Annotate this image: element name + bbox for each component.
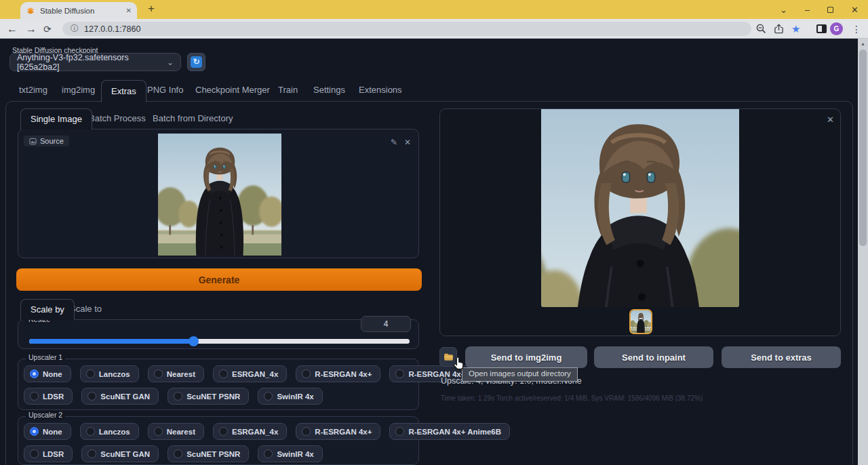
upscaler2-option-esrgan4x[interactable]: ESRGAN_4x: [213, 423, 287, 440]
radio-icon: [86, 369, 95, 378]
window-controls: ⌄ – ✕: [780, 0, 868, 19]
tab-img2img[interactable]: img2img: [62, 85, 95, 95]
output-image[interactable]: [541, 109, 739, 307]
radio-icon: [86, 427, 95, 436]
checkpoint-value: Anything-V3-fp32.safetensors [625a2ba2]: [17, 53, 167, 72]
gradio-favicon-icon: [26, 6, 35, 16]
source-image: [158, 134, 281, 256]
page-scrollbar[interactable]: ▲: [858, 39, 868, 465]
profile-avatar[interactable]: G: [830, 19, 843, 39]
zoom-indicator-icon[interactable]: [755, 19, 767, 39]
window-restore-icon[interactable]: [827, 7, 833, 13]
subtab-scale-to[interactable]: Scale to: [70, 304, 102, 314]
send-to-img2img-button[interactable]: Send to img2img: [465, 346, 587, 368]
address-bar[interactable]: ⓘ 127.0.0.1:7860: [62, 22, 751, 36]
tab-settings[interactable]: Settings: [313, 85, 345, 95]
close-gallery-icon[interactable]: ✕: [827, 115, 834, 125]
radio-icon: [174, 392, 182, 401]
output-gallery: ✕: [439, 108, 841, 336]
tab-list-chevron-icon[interactable]: ⌄: [780, 5, 787, 14]
refresh-checkpoints-button[interactable]: ↻: [187, 53, 205, 71]
upscaler1-option-scunet-psnr[interactable]: ScuNET PSNR: [167, 388, 249, 405]
edit-image-icon[interactable]: ✎: [391, 138, 397, 147]
upscaler2-option-scunet-psnr[interactable]: ScuNET PSNR: [167, 445, 249, 462]
radio-icon: [87, 449, 96, 458]
upscaler2-option-lanczos[interactable]: Lanczos: [80, 423, 139, 440]
browser-tab[interactable]: Stable Diffusion ✕: [20, 2, 137, 19]
send-to-inpaint-button[interactable]: Send to inpaint: [594, 346, 713, 368]
resize-value-input[interactable]: 4: [361, 316, 411, 332]
upscaler1-option-scunet-gan[interactable]: ScuNET GAN: [81, 388, 159, 405]
upscaler2-group: None Lanczos Nearest ESRGAN_4x R-ESRGAN …: [18, 416, 419, 465]
forward-icon[interactable]: →: [26, 19, 37, 39]
upscaler2-option-nearest[interactable]: Nearest: [148, 423, 204, 440]
scroll-up-icon[interactable]: ▲: [858, 39, 868, 48]
side-panel-icon[interactable]: [816, 19, 827, 39]
new-tab-button[interactable]: +: [148, 2, 155, 16]
upscaler2-option-resrgan4x[interactable]: R-ESRGAN 4x+: [296, 423, 380, 440]
browser-menu-icon[interactable]: ⋮: [852, 19, 861, 39]
subtab-batch-process[interactable]: Batch Process: [89, 113, 146, 123]
radio-icon: [302, 427, 311, 436]
source-label-chip: Source: [24, 136, 69, 146]
tab-txt2img[interactable]: txt2img: [19, 85, 47, 95]
upscaler2-option-ldsr[interactable]: LDSR: [24, 445, 73, 462]
scrollbar-thumb[interactable]: [859, 49, 867, 246]
upscaler1-option-nearest[interactable]: Nearest: [148, 365, 204, 382]
radio-icon: [219, 369, 228, 378]
radio-icon: [219, 427, 228, 436]
window-close-icon[interactable]: ✕: [851, 5, 859, 14]
browser-tab-title: Stable Diffusion: [40, 7, 121, 15]
radio-icon: [154, 369, 163, 378]
folder-tooltip: Open images output directory: [462, 367, 578, 382]
tab-close-icon[interactable]: ✕: [126, 7, 132, 14]
image-icon: [29, 138, 37, 145]
source-label: Source: [40, 137, 64, 145]
upscaler2-label: Upscaler 2: [26, 411, 65, 419]
radio-icon: [154, 427, 163, 436]
clear-image-icon[interactable]: ✕: [404, 138, 411, 147]
share-icon[interactable]: [773, 19, 785, 39]
checkpoint-dropdown[interactable]: Anything-V3-fp32.safetensors [625a2ba2] …: [9, 53, 181, 71]
radio-icon: [174, 449, 182, 458]
radio-icon: [30, 392, 39, 401]
radio-icon: [395, 369, 404, 378]
window-minimize-icon[interactable]: –: [805, 5, 810, 14]
mouse-cursor-icon: [450, 355, 467, 375]
tab-extensions[interactable]: Extensions: [359, 85, 402, 95]
footer-stats-text: Time taken: 1.29s Torch active/reserved:…: [441, 395, 703, 402]
upscaler1-option-swinir4x[interactable]: SwinIR 4x: [258, 388, 322, 405]
bookmark-star-icon[interactable]: ★: [791, 19, 800, 39]
site-info-icon[interactable]: ⓘ: [71, 23, 79, 35]
upscaler1-option-resrgan4x[interactable]: R-ESRGAN 4x+: [296, 365, 380, 382]
resize-slider[interactable]: [29, 339, 410, 344]
upscaler1-option-ldsr[interactable]: LDSR: [24, 388, 73, 405]
upscaler1-option-lanczos[interactable]: Lanczos: [80, 365, 139, 382]
url-text: 127.0.0.1:7860: [84, 24, 140, 34]
subtab-scale-by[interactable]: Scale by: [20, 299, 75, 320]
tab-extras[interactable]: Extras: [101, 80, 146, 102]
tab-checkpoint-merger[interactable]: Checkpoint Merger: [195, 85, 270, 95]
reload-icon[interactable]: ⟳: [43, 19, 52, 39]
upscaler2-option-none[interactable]: None: [24, 423, 71, 440]
source-image-dropzone[interactable]: Source ✎ ✕: [18, 129, 419, 258]
radio-icon: [264, 392, 273, 401]
upscaler1-option-esrgan4x[interactable]: ESRGAN_4x: [213, 365, 287, 382]
back-icon[interactable]: ←: [7, 19, 18, 39]
upscaler2-option-resrgan-anime6b[interactable]: R-ESRGAN 4x+ Anime6B: [389, 423, 510, 440]
generate-button[interactable]: Generate: [16, 268, 422, 291]
send-to-extras-button[interactable]: Send to extras: [722, 346, 841, 368]
upscaler2-option-swinir4x[interactable]: SwinIR 4x: [258, 445, 322, 462]
tab-png-info[interactable]: PNG Info: [147, 85, 183, 95]
resize-slider-thumb[interactable]: [189, 336, 199, 346]
tab-train[interactable]: Train: [278, 85, 298, 95]
browser-titlebar: Stable Diffusion ✕ + ⌄ – ✕: [0, 0, 868, 19]
subtab-single-image[interactable]: Single Image: [20, 108, 92, 129]
upscaler1-group: None Lanczos Nearest ESRGAN_4x R-ESRGAN …: [18, 359, 419, 410]
subtab-batch-from-directory[interactable]: Batch from Directory: [153, 113, 233, 123]
resize-slider-fill: [29, 339, 194, 344]
upscaler1-option-none[interactable]: None: [24, 365, 71, 382]
gallery-thumbnail-selected[interactable]: [629, 309, 652, 334]
radio-icon: [30, 449, 39, 458]
upscaler2-option-scunet-gan[interactable]: ScuNET GAN: [81, 445, 159, 462]
